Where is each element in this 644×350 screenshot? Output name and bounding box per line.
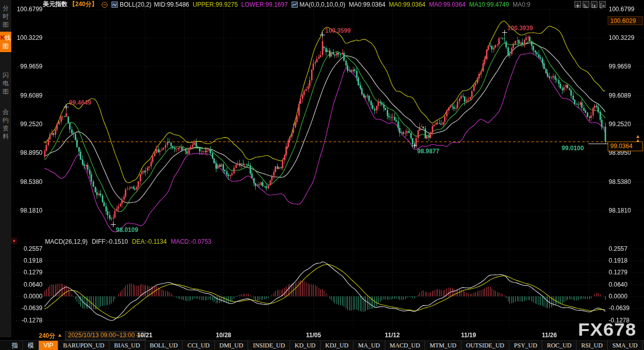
macd-macd-value: MACD:-0.0753 <box>171 238 211 245</box>
ma0-magenta-value: MA0:99.0364 <box>429 1 465 8</box>
toolbar-tab-maud[interactable]: MA_UD <box>353 341 385 350</box>
toolbar-tab-cciud[interactable]: CCI_UD <box>183 341 214 350</box>
price-up-arrow-icon: ▲▲ <box>635 134 640 143</box>
boll-indicator-icon[interactable] <box>112 2 118 8</box>
price-axis-label-right: 99.6089 <box>609 92 631 99</box>
collapse-icon[interactable] <box>101 2 108 8</box>
price-axis-label-left: 98.5380 <box>14 178 42 185</box>
extreme-price-annotation: 98.0109 <box>116 226 138 234</box>
macd-axis-label-right: -0.0639 <box>609 305 630 312</box>
price-axis-label-right: 98.5380 <box>609 178 631 185</box>
left-sidebar: 分时图K线图闪电图合约资料 <box>0 0 11 337</box>
price-axis-label-right: 100.6799 <box>609 6 634 13</box>
axis-scale-right-icon[interactable] <box>591 1 597 8</box>
macd-label: MACD(26,12,9) <box>45 238 87 245</box>
price-axis-label-left: 98.8950 <box>14 149 42 156</box>
macd-axis-label-left: 0.2557 <box>14 245 42 252</box>
price-axis-label-right: 98.1810 <box>609 207 631 214</box>
sidebar-item-flash[interactable]: 闪电图 <box>0 69 11 98</box>
macd-axis-label-left: -0.1278 <box>14 317 42 324</box>
ma0-gray-value: MA0:9 <box>513 1 530 8</box>
price-axis-label-left: 99.2520 <box>14 121 42 128</box>
macd-axis-label-left: 0.0640 <box>14 281 42 288</box>
price-axis-label-right: 99.9659 <box>609 63 631 70</box>
macd-axis-label-right: 0.0640 <box>609 281 628 288</box>
price-axis-label-left: 100.3229 <box>14 34 42 41</box>
toolbar-tab-biasud[interactable]: BIAS_UD <box>109 341 145 350</box>
ma0-yellow-value: MA0:99.0364 <box>389 1 425 8</box>
indicator-header: 美元指数 【240分】 BOLL(20,2) MID:99.5486 UPPER… <box>43 1 574 8</box>
macd-settings-icon[interactable] <box>10 237 18 245</box>
toolbar-tab-bollud[interactable]: BOLL_UD <box>145 341 183 350</box>
sidebar-item-initial: K <box>1 34 5 41</box>
date-axis-label: 11/05 <box>302 332 325 339</box>
macd-dea-value: DEA:-0.1134 <box>132 238 167 245</box>
chart-canvas[interactable] <box>0 0 644 350</box>
toolbar-tab-rsiud[interactable]: RSI_UD <box>576 341 608 350</box>
toolbar-tab-kdud[interactable]: KD_UD <box>290 341 321 350</box>
boll-mid-value: MID:99.5486 <box>154 1 189 8</box>
extreme-price-annotation: 99.4649 <box>69 99 91 106</box>
detach-window-icon[interactable] <box>599 1 606 8</box>
ma10-value: MA10:99.4749 <box>469 1 509 8</box>
timeframe-arrow-icon[interactable]: ▲ <box>57 332 62 338</box>
toolbar-tab-dmiud[interactable]: DMI_UD <box>215 341 249 350</box>
toolbar-tab-kdjud[interactable]: KDJ_UD <box>321 341 353 350</box>
range-high-label: 100.6029 <box>608 16 643 25</box>
price-axis-label-left: 99.6089 <box>14 92 42 99</box>
axis-scale-left-icon[interactable] <box>583 1 589 8</box>
indicator-toolbar: 指标模板VIP指标BARUPDN_UDBIAS_UDBOLL_UDCCI_UDD… <box>0 340 644 350</box>
toolbar-tab-[interactable]: 指标 <box>7 341 23 350</box>
macd-axis-label-left: -0.0639 <box>14 305 42 312</box>
extreme-price-annotation: 98.9877 <box>417 148 439 155</box>
trading-app: 美元指数 【240分】 BOLL(20,2) MID:99.5486 UPPER… <box>0 0 644 350</box>
macd-axis-label-right: 0.1918 <box>609 257 628 264</box>
macd-axis-label-right: 0.0000 <box>609 293 628 300</box>
timeframe-label[interactable]: 240分 <box>39 332 55 340</box>
boll-upper-value: UPPER:99.9275 <box>193 1 238 8</box>
toolbar-tab-rocud[interactable]: ROC_UD <box>542 341 576 350</box>
session-low-annotation: 99.0100 <box>562 145 584 152</box>
ma-indicator-icon[interactable] <box>292 2 298 8</box>
date-axis-label: 11/26 <box>538 332 561 339</box>
date-axis-label: 10/21 <box>134 332 156 339</box>
boll-lower-value: LOWER:99.1697 <box>241 1 288 8</box>
sidebar-item-contract-info[interactable]: 合约资料 <box>0 106 11 143</box>
price-axis-label-left: 98.1810 <box>14 207 42 214</box>
toolbar-tab-macdud[interactable]: MACD_UD <box>385 341 425 350</box>
toolbar-tab-[interactable]: 模板 <box>23 341 39 350</box>
macd-header: MACD(26,12,9) DIFF:-0.1510 DEA:-0.1134 M… <box>45 238 211 245</box>
macd-axis-label-left: 0.1918 <box>14 257 42 264</box>
period-badge: 【240分】 <box>69 1 98 8</box>
toolbar-tab-insideud[interactable]: INSIDE_UD <box>248 341 290 350</box>
boll-label: BOLL(20,2) <box>120 1 151 8</box>
price-axis-label-right: 100.3229 <box>609 34 634 41</box>
symbol-title: 美元指数 <box>43 1 68 8</box>
toolbar-tab-vip[interactable]: VIP指标 <box>39 341 58 350</box>
sidebar-item-timeshare[interactable]: 分时图 <box>0 2 11 31</box>
price-axis-label-left: 100.6799 <box>14 6 42 13</box>
extreme-price-annotation: 100.3939 <box>507 25 533 32</box>
toolbar-tab-barupdnud[interactable]: BARUPDN_UD <box>58 341 109 350</box>
window-controls <box>574 1 606 8</box>
toolbar-tab-smaud[interactable]: SMA_UD <box>608 341 642 350</box>
date-axis-label: 11/19 <box>457 332 480 339</box>
toolbar-tab-mtmud[interactable]: MTM_UD <box>425 341 461 350</box>
pan-icon[interactable] <box>574 1 581 8</box>
macd-axis-label-left: 0.1279 <box>14 269 42 276</box>
date-axis-label: 10/28 <box>212 332 235 339</box>
macd-axis-label-right: 0.1279 <box>609 269 628 276</box>
sidebar-item-kline[interactable]: K线图 <box>0 32 11 52</box>
date-axis-label: 11/12 <box>381 332 404 339</box>
ma-label: MA(0,0,0,10,0,0) <box>300 1 345 8</box>
macd-axis-label-right: 0.2557 <box>609 245 628 252</box>
macd-axis-label-right: -0.1278 <box>609 317 630 324</box>
toolbar-tab-outsideud[interactable]: OUTSIDE_UD <box>461 341 509 350</box>
toolbar-tab-psyud[interactable]: PSY_UD <box>509 341 542 350</box>
extreme-price-annotation: 100.3599 <box>325 27 351 34</box>
ma0-white-value: MA0:99.0364 <box>349 1 385 8</box>
macd-diff-value: DIFF:-0.1510 <box>92 238 128 245</box>
price-axis-label-left: 99.9659 <box>14 63 42 70</box>
macd-axis-label-left: 0.0000 <box>14 293 42 300</box>
price-axis-label-right: 99.2520 <box>609 121 631 128</box>
